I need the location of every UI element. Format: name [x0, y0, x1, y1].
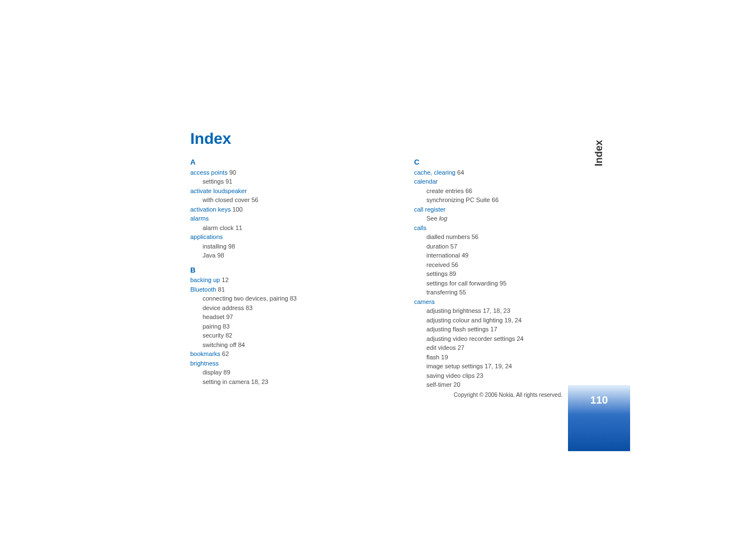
index-subentry: image setup settings 17, 19, 24: [426, 362, 571, 371]
index-subentry: setting in camera 18, 23: [203, 377, 347, 387]
index-term-link[interactable]: call register: [414, 206, 445, 213]
index-term-link[interactable]: activation keys: [190, 206, 231, 213]
index-subentry: adjusting brightness 17, 18, 23: [426, 306, 571, 316]
index-term-link[interactable]: backing up: [190, 277, 220, 283]
index-subentry: display 89: [203, 368, 347, 377]
index-subentry: flash 19: [426, 353, 571, 362]
index-subentry: create entries 66: [426, 186, 571, 196]
side-tab-label: Index: [593, 140, 605, 166]
content-area: Index A access points 90 settings 91 act…: [190, 130, 571, 390]
index-subentry: headset 97: [203, 312, 347, 322]
page-ref: 64: [456, 169, 464, 176]
index-subentry: duration 57: [426, 242, 571, 251]
index-term-link[interactable]: bookmarks: [190, 350, 220, 357]
section-letter-b: B: [190, 265, 347, 276]
index-term-link[interactable]: access points: [190, 169, 228, 176]
index-entry: Bluetooth 81: [190, 285, 347, 294]
page-ref: 81: [216, 286, 224, 293]
index-subentry: settings for call forwarding 95: [426, 279, 571, 288]
index-subentry: adjusting video recorder settings 24: [426, 334, 571, 344]
page-ref: 100: [231, 206, 242, 213]
index-entry: alarms: [190, 214, 347, 223]
index-columns: A access points 90 settings 91 activate …: [190, 152, 571, 390]
index-term-link[interactable]: calls: [414, 224, 426, 231]
see-target: log: [439, 215, 448, 222]
index-entry: activation keys 100: [190, 205, 347, 214]
index-entry: cache, clearing 64: [414, 168, 571, 177]
index-subentry: dialled numbers 56: [426, 232, 571, 242]
index-subentry: saving video clips 23: [426, 371, 571, 381]
index-subentry: received 56: [426, 260, 571, 270]
page-ref: 62: [220, 350, 229, 357]
section-letter-a: A: [190, 157, 347, 168]
copyright-text: Copyright © 2006 Nokia. All rights reser…: [454, 392, 562, 398]
index-term-link[interactable]: Bluetooth: [190, 286, 216, 293]
page-title: Index: [190, 130, 571, 148]
see-prefix: See: [426, 215, 439, 222]
index-subentry: synchronizing PC Suite 66: [426, 195, 571, 205]
index-subentry: self-timer 20: [426, 380, 571, 390]
index-term-link[interactable]: applications: [190, 233, 223, 240]
index-subentry: adjusting colour and lighting 19, 24: [426, 316, 571, 325]
index-subentry: settings 91: [203, 177, 347, 186]
page-ref: 90: [228, 169, 236, 176]
section-letter-c: C: [414, 157, 571, 168]
index-subentry: international 49: [426, 251, 571, 260]
index-subentry: pairing 83: [203, 322, 347, 331]
index-entry: calls: [414, 223, 571, 233]
index-entry: call register: [414, 205, 571, 214]
index-subentry: edit videos 27: [426, 343, 571, 353]
index-column-2: C cache, clearing 64 calendar create ent…: [414, 152, 571, 390]
index-subentry: switching off 84: [203, 340, 347, 350]
index-term-link[interactable]: brightness: [190, 360, 219, 367]
index-subentry: adjusting flash settings 17: [426, 325, 571, 334]
index-subentry: device address 83: [203, 303, 347, 313]
index-subentry: with closed cover 56: [203, 195, 347, 205]
index-subentry: alarm clock 11: [203, 223, 347, 233]
index-entry: access points 90: [190, 168, 347, 177]
index-subentry: connecting two devices, pairing 83: [203, 294, 347, 303]
page-root: Index 110 Index A access points 90 setti…: [0, 0, 756, 534]
page-ref: 12: [220, 277, 228, 283]
index-entry: activate loudspeaker: [190, 186, 347, 196]
side-tab: Index: [568, 84, 630, 406]
index-entry: bookmarks 62: [190, 349, 347, 359]
index-subentry: security 82: [203, 331, 347, 340]
index-term-link[interactable]: calendar: [414, 178, 438, 185]
page-number-block: 110: [568, 385, 630, 451]
index-entry: camera: [414, 297, 571, 307]
index-term-link[interactable]: cache, clearing: [414, 169, 456, 176]
index-subentry: settings 89: [426, 269, 571, 279]
index-column-1: A access points 90 settings 91 activate …: [190, 152, 347, 386]
index-term-link[interactable]: alarms: [190, 215, 209, 222]
index-subentry-see: See log: [426, 214, 571, 223]
index-term-link[interactable]: camera: [414, 298, 435, 305]
index-subentry: transferring 55: [426, 288, 571, 297]
page-number: 110: [590, 394, 608, 406]
index-entry: brightness: [190, 359, 347, 368]
index-subentry: Java 98: [203, 251, 347, 260]
index-entry: backing up 12: [190, 275, 347, 285]
index-entry: calendar: [414, 177, 571, 186]
index-subentry: installing 98: [203, 242, 347, 251]
index-term-link[interactable]: activate loudspeaker: [190, 188, 247, 194]
index-entry: applications: [190, 232, 347, 242]
